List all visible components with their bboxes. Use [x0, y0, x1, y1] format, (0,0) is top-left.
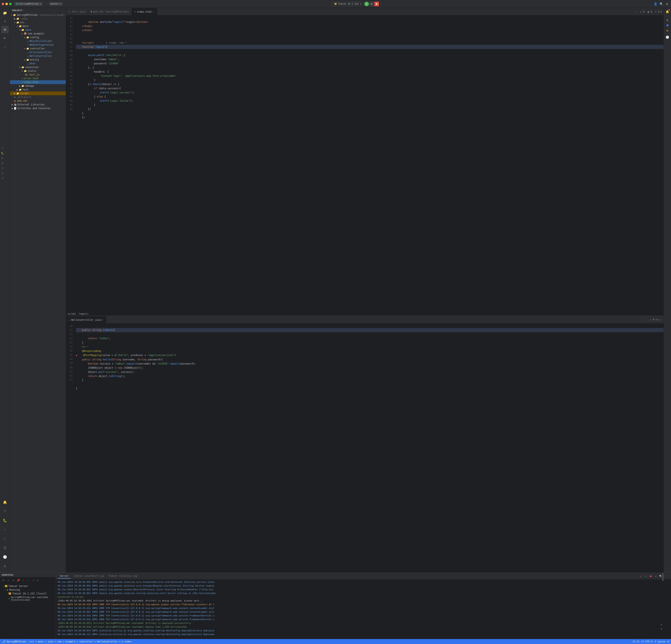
log-tab-server[interactable]: Server — [58, 574, 71, 579]
settings-button[interactable]: ⚙ — [369, 2, 374, 6]
activity-history-icon[interactable]: 🕐 — [1, 553, 9, 560]
sidebar-item-config[interactable]: ▾ 📁 config — [10, 36, 66, 39]
activity-run-icon[interactable]: ▶ — [1, 34, 9, 41]
activity-terminal-icon[interactable]: T — [1, 507, 9, 515]
tab-more-mid[interactable]: ⋮ — [643, 318, 649, 321]
sidebar-item-resources[interactable]: ▾ 📁 resources — [10, 65, 66, 69]
sidebar-item-main[interactable]: ▾ 📁 main — [10, 24, 66, 28]
branch-selector[interactable]: master ▾ — [49, 2, 63, 5]
sidebar-item-static[interactable]: ▾ 📁 static — [10, 69, 66, 73]
settings-gear-icon[interactable]: ⚙ — [665, 2, 669, 6]
activity-structure-icon[interactable]: ⊞ — [1, 26, 9, 33]
tab-user-java[interactable]: ☕ User.java — [66, 8, 88, 15]
sidebar-item-indexhtml[interactable]: ◇ index.html — [10, 80, 66, 84]
service-war[interactable]: ⊙ SpringMVCStudy:war exploded [Synchroni… — [0, 595, 56, 602]
services-up-icon[interactable]: ↑ — [21, 578, 25, 582]
log-stop-icon[interactable]: ■ — [649, 574, 653, 578]
log-reload-icon[interactable]: ↺ — [638, 574, 643, 578]
settings-icon[interactable]: ⚙ — [660, 10, 662, 13]
sidebar-item-pomxml[interactable]: m pom.xml — [10, 99, 66, 103]
log-more-icon[interactable]: ⋮ — [663, 574, 668, 578]
tab-more-button[interactable]: ⋮ — [633, 10, 639, 13]
log-scrollbar[interactable]: ▲ ▼ — [662, 573, 663, 631]
services-filter-icon[interactable]: ⊡ — [11, 578, 15, 582]
status-position[interactable]: 21:24 — [632, 640, 639, 643]
maximize-button[interactable] — [9, 3, 12, 5]
sidebar-item-java[interactable]: ▾ 📁 java — [10, 28, 66, 32]
close-button[interactable] — [2, 3, 4, 5]
sidebar-item-controller[interactable]: ▾ 📁 controller — [10, 47, 66, 50]
minimize-button[interactable] — [5, 3, 8, 5]
sidebar-item-testjs[interactable]: JS test.js — [10, 73, 66, 77]
sidebar-item-hellocontroller[interactable]: ☕ HelloController — [10, 54, 66, 58]
run-configuration[interactable]: 🐱 Tomcat 10.1.232 ▾ — [332, 2, 364, 6]
status-encoding[interactable]: LF UTF-8 — [641, 640, 652, 643]
scroll-up-icon[interactable]: ▲ — [659, 622, 663, 626]
settings-icon-mid[interactable]: ⚙ — [658, 318, 659, 321]
services-left-panel-icon[interactable]: ⊞ — [37, 579, 38, 582]
sidebar-item-target[interactable]: ▶ 📁 target — [10, 91, 66, 95]
libs-icon: 📚 — [14, 103, 17, 106]
tab-pom-xml[interactable]: m pom.xml (SpringMVCStudy) — [88, 8, 132, 15]
tab-close-icon[interactable]: ✕ — [153, 11, 154, 13]
activity-bookmark-icon[interactable]: ☰ — [1, 544, 9, 552]
activity-notification-icon[interactable]: 🔔 — [1, 498, 9, 506]
tab-index-html[interactable]: ◇ index.html ✕ — [132, 8, 157, 15]
services-down-icon[interactable]: ↓ — [26, 578, 30, 582]
sidebar-item-com-example[interactable]: ▾ 📦 com.example — [10, 32, 66, 36]
activity-debug-icon[interactable]: 🐛 — [1, 517, 9, 524]
user-icon[interactable]: 👤 — [653, 2, 658, 6]
service-running[interactable]: ▾ ▶ Running — [0, 588, 56, 592]
right-git-icon[interactable]: 🕐 — [664, 34, 670, 40]
services-close-icon[interactable]: ✕ — [6, 578, 10, 582]
services-add-icon[interactable]: + — [31, 578, 35, 582]
status-expand-icon[interactable]: ⊞ — [668, 640, 669, 643]
sidebar-item-springmvcstudy[interactable]: ▾ 📁 SpringMVCStudy ~/Desktop/CS/JavaEl..… — [10, 13, 66, 17]
services-pin-icon[interactable]: 📌 — [16, 578, 20, 582]
sidebar-item-maininitializer[interactable]: ☕ MainInitializer — [10, 39, 66, 43]
right-notification-icon[interactable]: 🔔 — [664, 9, 670, 14]
activity-more-icon[interactable]: … — [1, 42, 9, 50]
sidebar-item-gitignore[interactable]: ⊘ .gitignore — [10, 95, 66, 99]
log-clear-icon[interactable]: ↺ — [654, 574, 658, 578]
service-tomcat-instance[interactable]: 🐱 Tomcat 10.1.232 [local] — [0, 592, 56, 595]
sidebar-item-external-libs[interactable]: ▶ 📚 External Libraries — [10, 103, 66, 106]
search-icon[interactable]: 🔍 — [659, 2, 663, 6]
activity-play-icon[interactable]: ▷ — [1, 535, 9, 542]
scroll-down-icon[interactable]: ▼ — [659, 627, 663, 631]
stop-button[interactable]: ■ — [374, 2, 379, 6]
right-structure-icon[interactable]: m — [664, 17, 670, 23]
sidebar-item-scratches[interactable]: ▶ 📝 Scratches and Consoles — [10, 106, 66, 110]
right-maven-icon[interactable]: m — [664, 28, 670, 34]
run-button[interactable]: ▶ — [364, 2, 369, 6]
sidebar-item-webconfiguration[interactable]: ☕ WebConfiguration — [10, 43, 66, 47]
project-selector[interactable]: SM SpringMVCStudy ▾ — [14, 2, 43, 6]
window-controls[interactable] — [2, 3, 12, 5]
sidebar-item-idea[interactable]: ▶ 📁 .idea — [10, 17, 66, 21]
log-scroll-thumb[interactable] — [662, 573, 663, 581]
minus-icon[interactable]: — — [660, 318, 662, 321]
code-editor-top[interactable]: <button onclick="login()">Login</button>… — [74, 15, 663, 312]
service-tomcat-server[interactable]: ▾ 🐱 Tomcat Server — [0, 584, 56, 588]
code-editor-mid[interactable]: public String index(){ return "index"; }… — [74, 324, 663, 573]
sidebar-item-webapp[interactable]: ▶ 📁 webapp — [10, 84, 66, 88]
log-line: 05-Jun-2024 14:30:39.801 INFO [RMI TCP C… — [58, 610, 669, 614]
maven-icon: m — [14, 100, 15, 102]
log-tab-localhost[interactable]: Tomcat Localhost Log — [72, 574, 106, 579]
activity-git-icon[interactable]: ◉ — [1, 17, 9, 25]
sidebar-item-errorhtml[interactable]: ◇ error.html — [10, 77, 66, 80]
tab-hello-controller[interactable]: ☕ HelloController.java ✕ — [66, 316, 106, 323]
services-expand-icon[interactable]: ⊞ — [1, 578, 5, 582]
sidebar-item-entity[interactable]: ▾ 📁 entity — [10, 58, 66, 62]
activity-folder-icon[interactable]: 📁 — [1, 9, 9, 16]
activity-plugin-icon[interactable]: ⚙ — [1, 562, 9, 570]
activity-database-icon[interactable]: ⚡ — [1, 526, 9, 533]
sidebar-item-test[interactable]: ▶ 📁 test — [10, 88, 66, 91]
sidebar-item-user[interactable]: ☕ User — [10, 62, 66, 65]
log-reload2-icon[interactable]: ↻ — [644, 574, 648, 578]
sidebar-item-src[interactable]: ▾ 📁 src — [10, 21, 66, 24]
sidebar-item-errorcontroller[interactable]: ☕ ErrorController — [10, 50, 66, 54]
status-indent[interactable]: 4 spaces — [655, 640, 666, 643]
tab-close-hello[interactable]: ✕ — [102, 319, 103, 321]
log-tab-catalina[interactable]: Tomcat Catalina Log — [107, 574, 139, 579]
